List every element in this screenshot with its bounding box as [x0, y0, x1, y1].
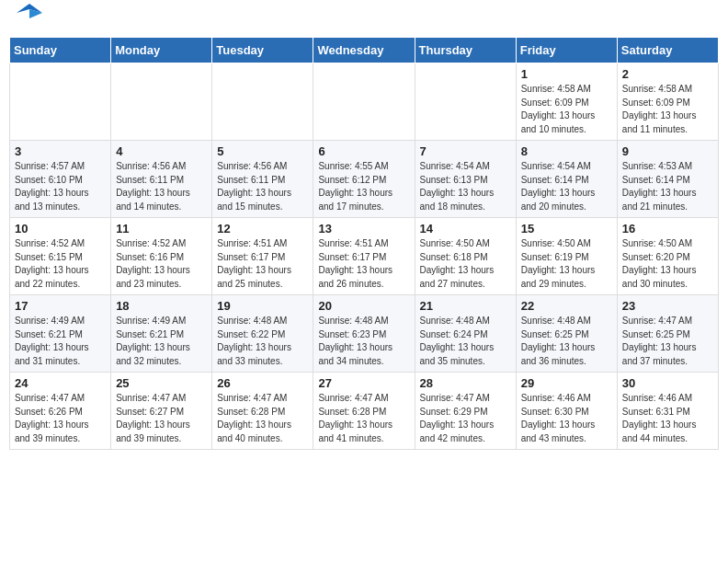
day-info: Sunrise: 4:46 AM Sunset: 6:31 PM Dayligh… — [622, 392, 713, 445]
day-cell: 26Sunrise: 4:47 AM Sunset: 6:28 PM Dayli… — [212, 373, 313, 450]
day-info: Sunrise: 4:47 AM Sunset: 6:28 PM Dayligh… — [318, 392, 409, 445]
week-row-4: 17Sunrise: 4:49 AM Sunset: 6:21 PM Dayli… — [10, 295, 719, 373]
day-info: Sunrise: 4:56 AM Sunset: 6:11 PM Dayligh… — [116, 160, 207, 213]
day-info: Sunrise: 4:51 AM Sunset: 6:17 PM Dayligh… — [217, 237, 308, 291]
day-info: Sunrise: 4:46 AM Sunset: 6:30 PM Dayligh… — [521, 392, 612, 445]
day-cell: 22Sunrise: 4:48 AM Sunset: 6:25 PM Dayli… — [516, 295, 617, 373]
day-info: Sunrise: 4:56 AM Sunset: 6:11 PM Dayligh… — [217, 160, 308, 213]
day-cell: 4Sunrise: 4:56 AM Sunset: 6:11 PM Daylig… — [111, 141, 212, 218]
day-cell: 18Sunrise: 4:49 AM Sunset: 6:21 PM Dayli… — [111, 295, 212, 373]
day-info: Sunrise: 4:47 AM Sunset: 6:28 PM Dayligh… — [217, 392, 308, 445]
day-info: Sunrise: 4:50 AM Sunset: 6:20 PM Dayligh… — [622, 237, 713, 291]
day-info: Sunrise: 4:52 AM Sunset: 6:16 PM Dayligh… — [116, 237, 207, 291]
day-number: 18 — [116, 299, 207, 313]
col-header-monday: Monday — [111, 38, 212, 63]
day-number: 25 — [116, 376, 207, 390]
col-header-thursday: Thursday — [415, 38, 516, 63]
day-number: 9 — [622, 144, 713, 158]
day-cell: 16Sunrise: 4:50 AM Sunset: 6:20 PM Dayli… — [617, 218, 718, 295]
day-number: 7 — [420, 144, 511, 158]
day-info: Sunrise: 4:50 AM Sunset: 6:18 PM Dayligh… — [420, 237, 511, 291]
day-number: 15 — [521, 222, 612, 236]
day-number: 11 — [116, 222, 207, 236]
day-cell: 14Sunrise: 4:50 AM Sunset: 6:18 PM Dayli… — [415, 218, 516, 295]
day-number: 21 — [420, 299, 511, 313]
day-cell: 19Sunrise: 4:48 AM Sunset: 6:22 PM Dayli… — [212, 295, 313, 373]
day-cell: 9Sunrise: 4:53 AM Sunset: 6:14 PM Daylig… — [617, 141, 718, 218]
day-number: 30 — [622, 376, 713, 390]
day-number: 27 — [318, 376, 409, 390]
day-number: 4 — [116, 144, 207, 158]
week-row-5: 24Sunrise: 4:47 AM Sunset: 6:26 PM Dayli… — [10, 373, 719, 450]
day-info: Sunrise: 4:51 AM Sunset: 6:17 PM Dayligh… — [318, 237, 409, 291]
col-header-saturday: Saturday — [617, 38, 718, 63]
day-info: Sunrise: 4:47 AM Sunset: 6:26 PM Dayligh… — [15, 392, 106, 445]
day-cell: 6Sunrise: 4:55 AM Sunset: 6:12 PM Daylig… — [313, 141, 415, 218]
day-number: 13 — [318, 222, 409, 236]
logo-bird-icon — [17, 0, 42, 29]
col-header-wednesday: Wednesday — [313, 38, 415, 63]
day-number: 28 — [420, 376, 511, 390]
day-info: Sunrise: 4:54 AM Sunset: 6:14 PM Dayligh… — [521, 160, 612, 213]
logo — [13, 9, 42, 29]
day-cell: 25Sunrise: 4:47 AM Sunset: 6:27 PM Dayli… — [111, 373, 212, 450]
calendar-table: SundayMondayTuesdayWednesdayThursdayFrid… — [9, 37, 719, 450]
day-number: 19 — [217, 299, 308, 313]
day-cell: 5Sunrise: 4:56 AM Sunset: 6:11 PM Daylig… — [212, 141, 313, 218]
day-info: Sunrise: 4:47 AM Sunset: 6:27 PM Dayligh… — [116, 392, 207, 445]
day-info: Sunrise: 4:49 AM Sunset: 6:21 PM Dayligh… — [116, 315, 207, 368]
day-info: Sunrise: 4:49 AM Sunset: 6:21 PM Dayligh… — [15, 315, 106, 368]
day-cell: 30Sunrise: 4:46 AM Sunset: 6:31 PM Dayli… — [617, 373, 718, 450]
day-number: 8 — [521, 144, 612, 158]
day-number: 2 — [622, 67, 713, 81]
day-number: 26 — [217, 376, 308, 390]
calendar-header-row: SundayMondayTuesdayWednesdayThursdayFrid… — [10, 38, 719, 63]
day-cell: 29Sunrise: 4:46 AM Sunset: 6:30 PM Dayli… — [516, 373, 617, 450]
day-cell: 24Sunrise: 4:47 AM Sunset: 6:26 PM Dayli… — [10, 373, 111, 450]
day-number: 24 — [15, 376, 106, 390]
day-number: 29 — [521, 376, 612, 390]
day-cell: 11Sunrise: 4:52 AM Sunset: 6:16 PM Dayli… — [111, 218, 212, 295]
week-row-1: 1Sunrise: 4:58 AM Sunset: 6:09 PM Daylig… — [10, 63, 719, 141]
day-info: Sunrise: 4:48 AM Sunset: 6:23 PM Dayligh… — [318, 315, 409, 368]
day-cell: 28Sunrise: 4:47 AM Sunset: 6:29 PM Dayli… — [415, 373, 516, 450]
day-number: 3 — [15, 144, 106, 158]
day-cell: 21Sunrise: 4:48 AM Sunset: 6:24 PM Dayli… — [415, 295, 516, 373]
day-cell: 13Sunrise: 4:51 AM Sunset: 6:17 PM Dayli… — [313, 218, 415, 295]
page-header — [9, 9, 719, 29]
day-cell: 23Sunrise: 4:47 AM Sunset: 6:25 PM Dayli… — [617, 295, 718, 373]
week-row-2: 3Sunrise: 4:57 AM Sunset: 6:10 PM Daylig… — [10, 141, 719, 218]
day-number: 6 — [318, 144, 409, 158]
day-cell: 20Sunrise: 4:48 AM Sunset: 6:23 PM Dayli… — [313, 295, 415, 373]
day-info: Sunrise: 4:52 AM Sunset: 6:15 PM Dayligh… — [15, 237, 106, 291]
day-cell: 27Sunrise: 4:47 AM Sunset: 6:28 PM Dayli… — [313, 373, 415, 450]
day-number: 23 — [622, 299, 713, 313]
day-info: Sunrise: 4:50 AM Sunset: 6:19 PM Dayligh… — [521, 237, 612, 291]
day-cell: 10Sunrise: 4:52 AM Sunset: 6:15 PM Dayli… — [10, 218, 111, 295]
day-number: 5 — [217, 144, 308, 158]
day-cell — [10, 63, 111, 141]
day-cell: 12Sunrise: 4:51 AM Sunset: 6:17 PM Dayli… — [212, 218, 313, 295]
day-cell — [313, 63, 415, 141]
day-cell: 8Sunrise: 4:54 AM Sunset: 6:14 PM Daylig… — [516, 141, 617, 218]
day-info: Sunrise: 4:48 AM Sunset: 6:25 PM Dayligh… — [521, 315, 612, 368]
day-cell — [111, 63, 212, 141]
day-cell: 1Sunrise: 4:58 AM Sunset: 6:09 PM Daylig… — [516, 63, 617, 141]
day-info: Sunrise: 4:58 AM Sunset: 6:09 PM Dayligh… — [622, 83, 713, 136]
day-info: Sunrise: 4:47 AM Sunset: 6:29 PM Dayligh… — [420, 392, 511, 445]
day-number: 10 — [15, 222, 106, 236]
day-cell: 17Sunrise: 4:49 AM Sunset: 6:21 PM Dayli… — [10, 295, 111, 373]
day-info: Sunrise: 4:48 AM Sunset: 6:22 PM Dayligh… — [217, 315, 308, 368]
day-info: Sunrise: 4:48 AM Sunset: 6:24 PM Dayligh… — [420, 315, 511, 368]
day-cell: 7Sunrise: 4:54 AM Sunset: 6:13 PM Daylig… — [415, 141, 516, 218]
day-number: 20 — [318, 299, 409, 313]
day-info: Sunrise: 4:55 AM Sunset: 6:12 PM Dayligh… — [318, 160, 409, 213]
day-number: 12 — [217, 222, 308, 236]
day-info: Sunrise: 4:47 AM Sunset: 6:25 PM Dayligh… — [622, 315, 713, 368]
col-header-tuesday: Tuesday — [212, 38, 313, 63]
day-cell: 3Sunrise: 4:57 AM Sunset: 6:10 PM Daylig… — [10, 141, 111, 218]
day-info: Sunrise: 4:53 AM Sunset: 6:14 PM Dayligh… — [622, 160, 713, 213]
col-header-sunday: Sunday — [10, 38, 111, 63]
col-header-friday: Friday — [516, 38, 617, 63]
day-number: 22 — [521, 299, 612, 313]
